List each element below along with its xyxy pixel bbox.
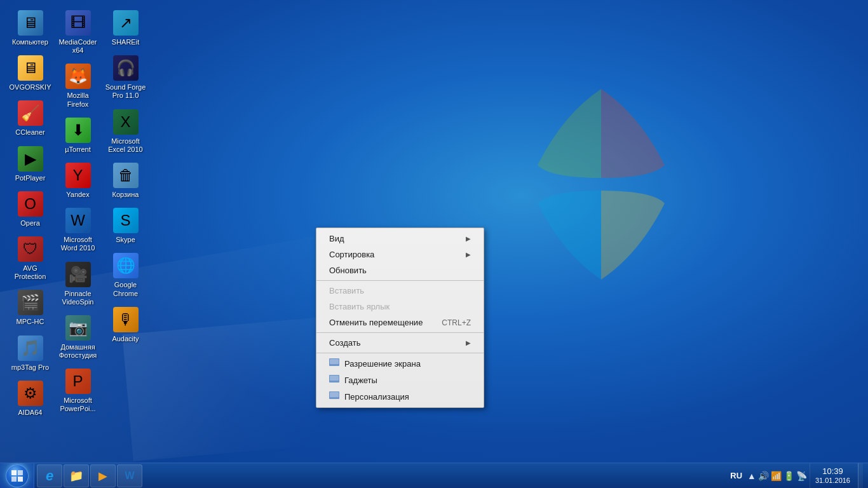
desktop-icon-skype[interactable]: SSkype (102, 204, 149, 248)
tray-volume-icon[interactable]: 🔊 (758, 471, 769, 481)
desktop-icon-mpchc[interactable]: 🎬MPC-HC (6, 286, 54, 330)
menu-icon-screen-res (329, 358, 339, 369)
icon-image-skype: S (113, 208, 139, 233)
icon-label-recycle: Корзина (112, 191, 139, 199)
menu-item-paste-shortcut: Вставить ярлык (316, 299, 484, 315)
menu-label-view: Вид (329, 234, 344, 243)
menu-item-gadgets[interactable]: Гаджеты (316, 372, 484, 388)
icon-image-avg: 🛡 (18, 236, 43, 262)
menu-item-refresh[interactable]: Обновить (316, 262, 484, 278)
desktop-icon-utorrent[interactable]: ⬇µTorrent (54, 114, 102, 158)
icon-image-word2010: W (65, 208, 91, 233)
taskbar-ie[interactable]: e (37, 464, 62, 487)
desktop-icon-potplayer[interactable]: ▶PotPlayer (6, 142, 54, 186)
taskbar-media-player[interactable]: ▶ (90, 464, 116, 487)
icon-image-mp3tag: 🎵 (18, 336, 43, 361)
taskbar-explorer[interactable]: 📁 (64, 464, 89, 487)
menu-label-gadgets: Гаджеты (344, 376, 377, 385)
menu-label-paste-shortcut: Вставить ярлык (329, 302, 390, 311)
clock-date: 31.01.2016 (815, 477, 850, 485)
icon-label-firefox: Mozilla Firefox (57, 92, 99, 108)
desktop-icon-mediacoder[interactable]: 🎞MediaCoder x64 (54, 6, 102, 58)
svg-rect-1 (330, 359, 339, 364)
icon-label-computer: Компьютер (12, 38, 48, 46)
windows-logo-background (449, 38, 754, 346)
menu-label-new: Создать (329, 338, 360, 348)
desktop-icon-aida64[interactable]: ⚙AIDA64 (6, 377, 54, 421)
desktop-icon-yandex[interactable]: YYandex (54, 159, 102, 203)
menu-item-personalize[interactable]: Персонализация (316, 388, 484, 405)
desktop-icon-audacity[interactable]: 🎙Audacity (102, 303, 149, 347)
tray-expand-icon[interactable]: ▲ (747, 471, 756, 481)
menu-item-screen-res[interactable]: Разрешение экрана (316, 355, 484, 372)
icon-image-mpchc: 🎬 (18, 290, 43, 315)
icon-label-domfoto: Домашняя Фотостудия (57, 343, 99, 360)
svg-rect-3 (330, 376, 339, 381)
desktop-icon-soundforge[interactable]: 🎧Sound Forge Pro 11.0 (102, 51, 149, 104)
taskbar-word[interactable]: W (117, 464, 142, 487)
icon-label-soundforge: Sound Forge Pro 11.0 (104, 83, 147, 100)
icon-label-utorrent: µTorrent (65, 146, 91, 154)
menu-label-screen-res: Разрешение экрана (344, 359, 421, 369)
tray-network-icon[interactable]: 📶 (771, 471, 782, 481)
icon-image-pinnacle: 🎥 (65, 262, 91, 287)
desktop-icon-firefox[interactable]: 🦊Mozilla Firefox (54, 60, 102, 112)
desktop-icon-avg[interactable]: 🛡AVG Protection (6, 233, 54, 285)
icon-label-ppoint: Microsoft PowerPoi... (57, 396, 99, 413)
show-desktop-button[interactable] (858, 463, 863, 489)
menu-separator-sep2 (316, 332, 484, 333)
desktop-icon-mp3tag[interactable]: 🎵mp3Tag Pro (6, 332, 54, 376)
language-indicator[interactable]: RU (728, 471, 745, 480)
icon-image-firefox: 🦊 (65, 64, 91, 89)
desktop-icon-computer[interactable]: 🖥Компьютер (6, 6, 54, 50)
icon-image-ppoint: P (65, 369, 91, 394)
menu-item-sort[interactable]: Сортировка▶ (316, 247, 484, 262)
icon-label-potplayer: PotPlayer (15, 174, 46, 182)
desktop-icon-opera[interactable]: OOpera (6, 187, 54, 231)
icon-label-avg: AVG Protection (9, 264, 51, 281)
desktop-icon-word2010[interactable]: WMicrosoft Word 2010 (54, 204, 102, 256)
icon-label-audacity: Audacity (112, 335, 139, 343)
icon-image-ccleaner: 🧹 (18, 100, 43, 126)
desktop-icon-ovgorskiy[interactable]: 🖥OVGORSKIY (6, 51, 54, 95)
icon-label-mpchc: MPC-HC (17, 318, 44, 326)
icon-image-utorrent: ⬇ (65, 118, 91, 143)
menu-label-paste: Вставить (329, 286, 364, 295)
icon-label-excel2010: Microsoft Excel 2010 (104, 137, 147, 154)
menu-item-view[interactable]: Вид▶ (316, 231, 484, 247)
menu-item-new[interactable]: Создать▶ (316, 335, 484, 351)
icon-image-aida64: ⚙ (18, 381, 43, 406)
icon-label-pinnacle: Pinnacle VideoSpin (57, 290, 99, 306)
icon-image-yandex: Y (65, 163, 91, 188)
icon-image-potplayer: ▶ (18, 146, 43, 172)
desktop-icon-chrome[interactable]: 🌐Google Chrome (102, 249, 149, 301)
icon-image-ovgorskiy: 🖥 (18, 55, 43, 81)
desktop-icon-excel2010[interactable]: XMicrosoft Excel 2010 (102, 105, 149, 158)
menu-arrow-sort: ▶ (466, 251, 471, 258)
desktop-icon-shareit[interactable]: ↗SHAREit (102, 6, 149, 50)
icon-image-domfoto: 📷 (65, 315, 91, 341)
desktop: 🖥Компьютер🖥OVGORSKIY🧹CCleaner▶PotPlayerO… (0, 0, 868, 488)
tray-signal-icon[interactable]: 📡 (796, 471, 807, 481)
icon-label-chrome: Google Chrome (104, 281, 147, 297)
start-button[interactable] (0, 463, 34, 489)
desktop-icons-container: 🖥Компьютер🖥OVGORSKIY🧹CCleaner▶PotPlayerO… (6, 6, 149, 451)
icon-image-chrome: 🌐 (113, 253, 139, 278)
icon-image-audacity: 🎙 (113, 307, 139, 332)
svg-rect-5 (330, 392, 339, 397)
tray-battery-icon[interactable]: 🔋 (783, 471, 794, 481)
icon-image-shareit: ↗ (113, 10, 139, 36)
desktop-icon-pinnacle[interactable]: 🎥Pinnacle VideoSpin (54, 258, 102, 310)
menu-arrow-new: ▶ (466, 339, 471, 346)
desktop-icon-ccleaner[interactable]: 🧹CCleaner (6, 97, 54, 140)
clock-area[interactable]: 10:39 31.01.2016 (810, 463, 855, 488)
icon-image-opera: O (18, 191, 43, 217)
desktop-icon-recycle[interactable]: 🗑Корзина (102, 159, 149, 203)
desktop-icon-domfoto[interactable]: 📷Домашняя Фотостудия (54, 311, 102, 363)
desktop-icon-ppoint[interactable]: PMicrosoft PowerPoi... (54, 365, 102, 417)
icon-label-yandex: Yandex (66, 191, 90, 199)
menu-item-paste: Вставить (316, 283, 484, 299)
menu-item-undo-move[interactable]: Отменить перемещениеCTRL+Z (316, 315, 484, 330)
taskbar: e 📁 ▶ W RU ▲ 🔊 📶 🔋 📡 10:39 31.01.2016 (0, 463, 868, 488)
menu-icon-personalize (329, 391, 339, 402)
